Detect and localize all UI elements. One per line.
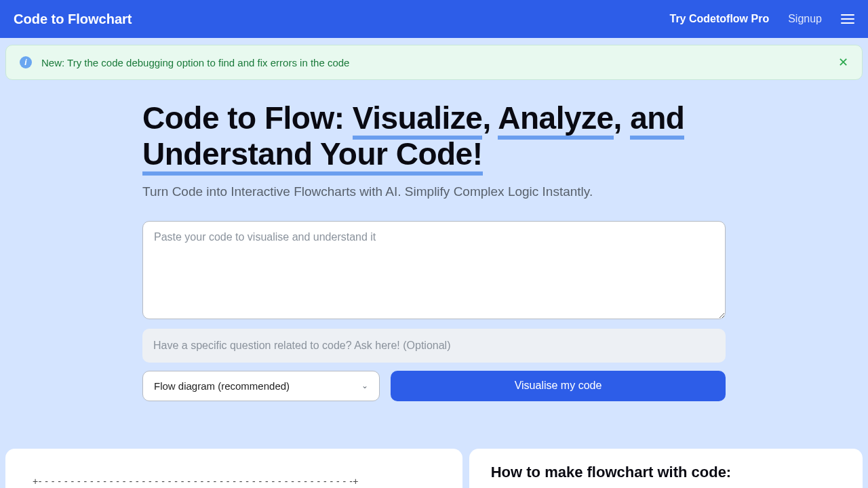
bottom-section: +- - - - - - - - - - - - - - - - - - - -… bbox=[5, 449, 863, 488]
select-value: Flow diagram (recommended) bbox=[154, 380, 290, 392]
main-content: Code to Flow: Visualize, Analyze, and Un… bbox=[129, 100, 739, 401]
close-icon[interactable]: ✕ bbox=[838, 55, 848, 70]
page-title: Code to Flow: Visualize, Analyze, and Un… bbox=[142, 100, 726, 172]
diagram-type-select[interactable]: Flow diagram (recommended) ⌄ bbox=[142, 371, 380, 401]
code-input[interactable] bbox=[142, 221, 726, 319]
page-subtitle: Turn Code into Interactive Flowcharts wi… bbox=[142, 184, 726, 199]
title-word-analyze: Analyze bbox=[498, 100, 613, 140]
hamburger-menu-icon[interactable] bbox=[841, 14, 854, 24]
visualise-button[interactable]: Visualise my code bbox=[391, 371, 726, 401]
title-sep: , bbox=[482, 100, 498, 136]
title-word-understand: Understand Your Code! bbox=[142, 136, 483, 176]
title-word-visualize: Visualize bbox=[353, 100, 483, 140]
header-nav: Try Codetoflow Pro Signup bbox=[670, 13, 855, 25]
howto-title: How to make flowchart with code: bbox=[491, 464, 841, 481]
howto-card: How to make flowchart with code: bbox=[469, 449, 863, 488]
ascii-preview-card: +- - - - - - - - - - - - - - - - - - - -… bbox=[5, 449, 462, 488]
chevron-down-icon: ⌄ bbox=[361, 381, 368, 390]
title-word-and: and bbox=[630, 100, 684, 140]
notification-banner: i New: Try the code debugging option to … bbox=[5, 45, 863, 80]
title-prefix: Code to Flow: bbox=[142, 100, 353, 136]
title-sep: , bbox=[614, 100, 631, 136]
banner-content: i New: Try the code debugging option to … bbox=[20, 56, 349, 68]
try-pro-link[interactable]: Try Codetoflow Pro bbox=[670, 13, 770, 25]
action-row: Flow diagram (recommended) ⌄ Visualise m… bbox=[142, 371, 726, 401]
ascii-art: +- - - - - - - - - - - - - - - - - - - -… bbox=[33, 476, 435, 487]
info-icon: i bbox=[20, 56, 32, 68]
question-input[interactable] bbox=[142, 329, 726, 363]
banner-text: New: Try the code debugging option to fi… bbox=[41, 57, 349, 68]
signup-link[interactable]: Signup bbox=[788, 13, 822, 25]
logo[interactable]: Code to Flowchart bbox=[14, 12, 132, 27]
header: Code to Flowchart Try Codetoflow Pro Sig… bbox=[0, 0, 868, 38]
